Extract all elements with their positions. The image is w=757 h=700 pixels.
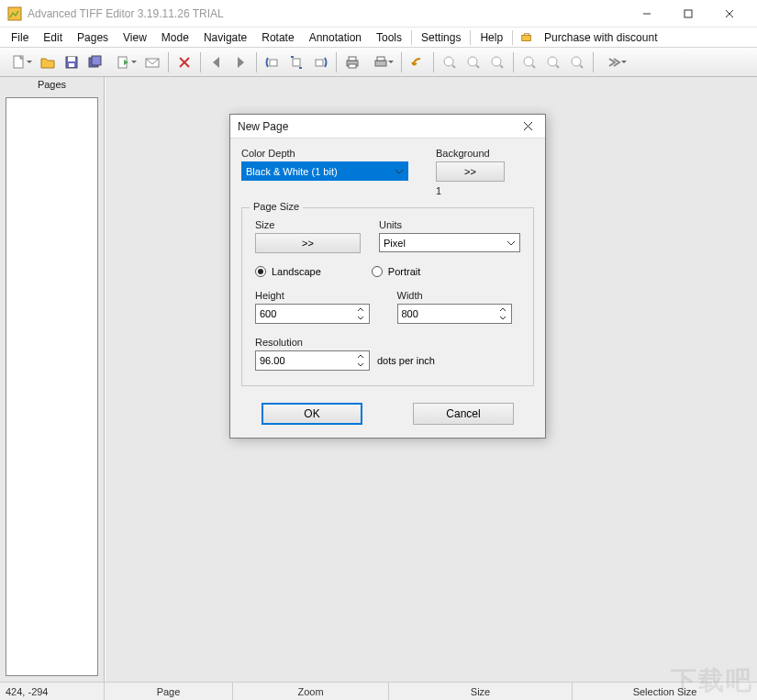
size-button[interactable]: >>	[255, 233, 361, 253]
export-button[interactable]	[108, 51, 139, 73]
svg-rect-16	[270, 60, 277, 66]
width-value: 800	[402, 308, 496, 319]
landscape-radio[interactable]: Landscape	[255, 266, 321, 277]
svg-rect-22	[375, 61, 386, 66]
toolbar-separator	[593, 52, 594, 72]
menu-mode[interactable]: Mode	[154, 29, 196, 46]
toolbar-separator	[401, 52, 402, 72]
svg-point-28	[492, 57, 501, 66]
svg-point-32	[548, 57, 557, 66]
spin-up-icon[interactable]	[354, 306, 367, 314]
status-zoom: Zoom	[233, 683, 389, 700]
save-button[interactable]	[61, 51, 83, 73]
svg-rect-21	[349, 64, 356, 68]
toolbar-separator	[513, 52, 514, 72]
units-label: Units	[379, 219, 520, 230]
dialog-close-button[interactable]	[518, 117, 538, 137]
color-depth-select[interactable]: Black & White (1 bit)	[241, 161, 408, 181]
svg-line-31	[532, 65, 535, 68]
svg-point-30	[524, 57, 533, 66]
chevron-down-icon	[395, 167, 404, 176]
svg-rect-2	[685, 10, 692, 17]
undo-button[interactable]	[406, 51, 429, 73]
resolution-input[interactable]: 96.00	[255, 350, 370, 371]
prev-button[interactable]	[206, 51, 228, 73]
width-label: Width	[397, 290, 521, 301]
chevron-down-icon	[507, 239, 516, 248]
zoom-tool-1[interactable]	[439, 51, 461, 73]
menu-annotation[interactable]: Annotation	[302, 29, 369, 46]
menu-pages[interactable]: Pages	[70, 29, 116, 46]
toolbar-separator	[200, 52, 201, 72]
next-button[interactable]	[229, 51, 251, 73]
spin-up-icon[interactable]	[354, 352, 367, 361]
radio-bullet-icon	[372, 266, 383, 277]
svg-line-33	[556, 65, 559, 68]
open-file-button[interactable]	[37, 51, 59, 73]
svg-point-34	[572, 57, 581, 66]
menu-rotate[interactable]: Rotate	[254, 29, 301, 46]
menu-help[interactable]: Help	[473, 29, 510, 46]
menu-bar: File Edit Pages View Mode Navigate Rotat…	[0, 28, 757, 48]
zoom-tool-5[interactable]	[542, 51, 564, 73]
overflow-button[interactable]	[598, 51, 629, 73]
background-label: Background	[436, 148, 534, 159]
height-input[interactable]: 600	[255, 304, 370, 324]
menu-edit[interactable]: Edit	[36, 29, 70, 46]
spin-up-icon[interactable]	[496, 306, 509, 314]
title-bar: Advanced TIFF Editor 3.19.11.26 TRIAL	[0, 0, 757, 28]
close-button[interactable]	[708, 0, 750, 27]
delete-button[interactable]	[173, 51, 195, 73]
rotate-left-button[interactable]	[262, 51, 284, 73]
spin-down-icon[interactable]	[496, 314, 509, 322]
svg-rect-9	[69, 63, 74, 67]
menu-separator	[512, 30, 513, 45]
maximize-button[interactable]	[667, 0, 708, 27]
svg-point-24	[444, 57, 453, 66]
ok-button[interactable]: OK	[262, 403, 362, 425]
menu-separator	[470, 30, 471, 45]
svg-rect-23	[377, 57, 384, 61]
new-file-button[interactable]	[4, 51, 35, 73]
print-button[interactable]	[341, 51, 363, 73]
app-icon	[7, 6, 22, 21]
spin-down-icon[interactable]	[354, 361, 367, 369]
menu-view[interactable]: View	[116, 29, 154, 46]
pages-thumbnail-area[interactable]	[6, 97, 98, 676]
zoom-tool-4[interactable]	[518, 51, 540, 73]
units-value: Pixel	[384, 238, 406, 249]
menu-settings[interactable]: Settings	[414, 29, 468, 46]
svg-rect-11	[92, 56, 101, 65]
svg-rect-20	[349, 57, 356, 61]
width-input[interactable]: 800	[397, 304, 512, 324]
svg-line-27	[476, 65, 479, 68]
dialog-titlebar[interactable]: New Page	[230, 115, 545, 139]
zoom-tool-2[interactable]	[462, 51, 484, 73]
menu-purchase[interactable]: Purchase with discount	[537, 29, 664, 46]
color-depth-label: Color Depth	[241, 148, 408, 159]
print-options-button[interactable]	[365, 51, 396, 73]
save-all-button[interactable]	[84, 51, 106, 73]
minimize-button[interactable]	[626, 0, 667, 27]
spin-down-icon[interactable]	[354, 314, 367, 322]
zoom-tool-3[interactable]	[486, 51, 508, 73]
menu-file[interactable]: File	[4, 29, 36, 46]
cancel-button[interactable]: Cancel	[413, 403, 514, 425]
rotate-180-button[interactable]	[285, 51, 307, 73]
menu-tools[interactable]: Tools	[369, 29, 409, 46]
menu-navigate[interactable]: Navigate	[196, 29, 254, 46]
background-button[interactable]: >>	[436, 161, 505, 182]
rotate-right-button[interactable]	[309, 51, 331, 73]
status-bar: 424, -294 Page Zoom Size Selection Size	[0, 682, 757, 700]
portrait-radio[interactable]: Portrait	[372, 266, 420, 277]
zoom-tool-6[interactable]	[566, 51, 588, 73]
toolbar-separator	[433, 52, 434, 72]
color-depth-value: Black & White (1 bit)	[246, 166, 338, 177]
dialog-title: New Page	[238, 120, 288, 133]
svg-rect-18	[316, 60, 323, 66]
mail-button[interactable]	[141, 51, 163, 73]
units-select[interactable]: Pixel	[379, 233, 520, 252]
status-selection: Selection Size	[573, 683, 757, 700]
pages-panel-header: Pages	[0, 77, 104, 94]
height-label: Height	[255, 290, 379, 301]
